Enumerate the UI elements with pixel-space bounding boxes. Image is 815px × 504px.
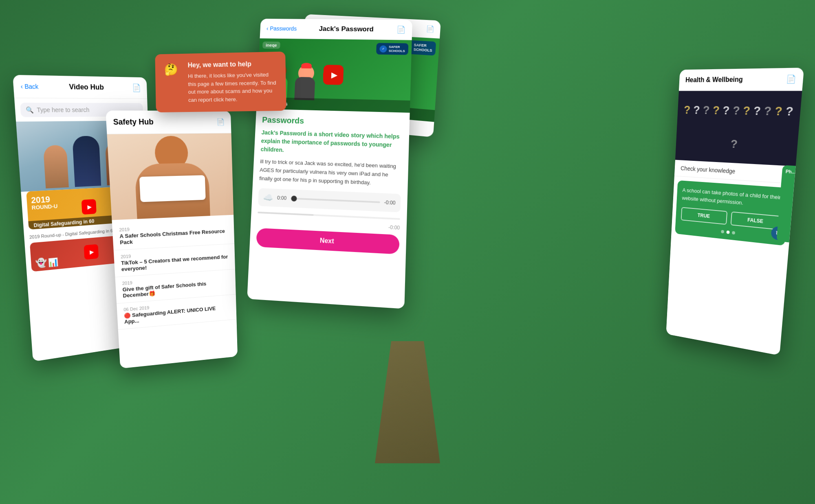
snapchat-logo: 👻 [35, 257, 47, 269]
quiz-dot-2 [726, 230, 729, 234]
audio-progress-bar[interactable] [291, 198, 380, 203]
passwords-back-text: Passwords [270, 25, 297, 32]
year-badge: 2019 ROUND-U [31, 194, 58, 211]
chevron-left-icon: ‹ [267, 25, 269, 31]
safety-hub-header: Safety Hub 📄 [106, 111, 231, 134]
chevron-left-icon: ‹ [20, 83, 23, 90]
health-header: Health & Wellbeing 📄 [679, 68, 804, 91]
safety-hub-title: Safety Hub [113, 118, 154, 127]
alert-banner[interactable]: 🤔 Hey, we want to help Hi there, it look… [155, 52, 286, 113]
play-button-2[interactable] [84, 244, 99, 260]
question-mark-7: ? [742, 104, 751, 118]
wooden-stand-decoration [367, 341, 448, 463]
health-doc-icon[interactable]: 📄 [786, 74, 796, 84]
question-mark-2: ? [693, 103, 700, 117]
safety-hub-doc-icon[interactable]: 📄 [216, 118, 225, 126]
safety-hub-photo [107, 133, 233, 220]
question-mark-12: ? [730, 137, 738, 151]
alert-text: Hi there, it looks like you've visited t… [188, 70, 277, 104]
passwords-header-title: Jack's Password [319, 25, 374, 33]
passwords-video-doc-icon[interactable]: 📄 [426, 25, 435, 33]
video-hub-doc-icon[interactable]: 📄 [132, 83, 141, 92]
quiz-dot-3 [732, 231, 735, 234]
health-quiz-buttons: TRUE FALSE [681, 207, 781, 230]
passwords-subtitle: Jack's Password is a short video story w… [260, 128, 403, 158]
question-mark-6: ? [732, 103, 740, 117]
video-hub-back-button[interactable]: ‹ Back [20, 83, 39, 90]
question-mark-1: ? [683, 103, 691, 116]
search-placeholder: Type here to search [37, 106, 90, 113]
search-icon: 🔍 [26, 106, 34, 114]
question-mark-8: ? [753, 104, 761, 118]
video-hub-header: ‹ Back Video Hub 📄 [13, 75, 147, 99]
health-photo-area: ? ? ? ? ? ? ? ? ? ? ? ? [675, 91, 802, 166]
passwords-progress-bar [258, 212, 400, 220]
side-card-text: Ph... [782, 165, 804, 179]
passwords-doc-icon[interactable]: 📄 [396, 25, 406, 34]
alert-emoji: 🤔 [164, 63, 178, 76]
passwords-audio-bar[interactable]: ☁️ 0:00 -0:00 [258, 188, 401, 212]
passwords-header: ‹ Passwords Jack's Password 📄 [260, 19, 412, 40]
passwords-play-center-button[interactable] [323, 65, 344, 85]
passwords-body: Passwords Jack's Password is a short vid… [249, 109, 410, 261]
passwords-next-button[interactable]: Next [256, 228, 399, 254]
scene: ‹ Back Video Hub 📄 🔍 Type here to search [0, 0, 815, 504]
question-mark-10: ? [774, 104, 783, 118]
chart-icon: 📊 [48, 257, 59, 267]
alert-title: Hey, we want to help [188, 60, 277, 69]
question-mark-4: ? [712, 103, 720, 117]
question-mark-11: ? [785, 104, 794, 118]
question-mark-9: ? [764, 104, 772, 118]
health-quiz-text: A school can take photos of a child for … [682, 186, 783, 210]
health-title: Health & Wellbeing [685, 76, 743, 84]
passwords-text-1: ill try to trick or sca Jack was so exci… [259, 158, 402, 188]
safety-hub-list: 2019 A Safer Schools Christmas Free Reso… [112, 215, 236, 333]
play-button-youtube[interactable] [82, 199, 97, 215]
audio-time-end: -0:00 [384, 199, 396, 206]
audio-progress-dot [291, 196, 297, 202]
health-quiz-card: A school can take photos of a child for … [675, 180, 789, 246]
card-safety-hub: Safety Hub 📄 2019 A Safer Schools Christ… [106, 111, 238, 369]
audio-time-start: 0:00 [277, 195, 287, 201]
audio-cloud-icon: ☁️ [263, 193, 273, 203]
passwords-back-link[interactable]: ‹ Passwords [267, 25, 297, 32]
quiz-text-content: A school can take photos of a child for … [682, 187, 781, 206]
question-mark-5: ? [722, 103, 730, 117]
health-quiz-false-button[interactable]: FALSE [731, 211, 781, 230]
video-hub-back-label: Back [24, 83, 39, 90]
passwords-section-title: Passwords [262, 115, 403, 128]
card-health-wellbeing: Health & Wellbeing 📄 ? ? ? ? ? ? ? ? ? ?… [666, 68, 804, 355]
passwords-video-badge-inner: ineqe [262, 42, 280, 49]
video-hub-title: Video Hub [69, 83, 104, 92]
health-quiz-true-button[interactable]: TRUE [681, 207, 728, 225]
quiz-dot-1 [721, 230, 724, 234]
question-mark-3: ? [703, 103, 710, 117]
